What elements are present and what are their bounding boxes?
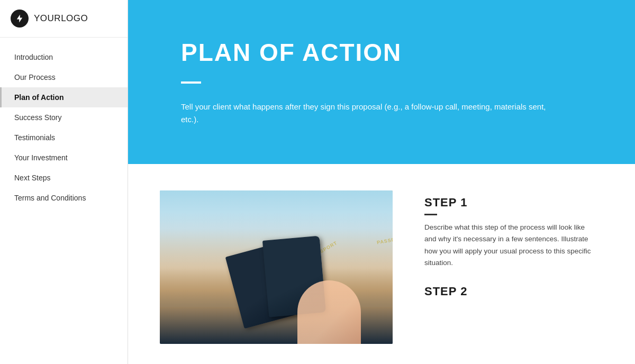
step-1-title: STEP 1 [424, 196, 593, 210]
step-1-description: Describe what this step of the process w… [424, 222, 593, 269]
content-section: PASSPORT PASSPORT STEP 1 Describe what t… [128, 164, 635, 364]
step-2: STEP 2 [424, 285, 593, 303]
step-1: STEP 1 Describe what this step of the pr… [424, 196, 593, 269]
sidebar-nav: Introduction Our Process Plan of Action … [0, 38, 128, 208]
logo-light: LOGO [61, 13, 88, 23]
sidebar: YOURLOGO Introduction Our Process Plan o… [0, 0, 128, 364]
lightning-icon [15, 14, 24, 23]
logo-icon [11, 10, 29, 28]
logo-area: YOURLOGO [0, 0, 128, 38]
hero-section: PLAN OF ACTION Tell your client what hap… [128, 0, 635, 164]
sidebar-item-introduction[interactable]: Introduction [0, 47, 128, 67]
sidebar-item-testimonials[interactable]: Testimonials [0, 128, 128, 148]
sidebar-item-our-process[interactable]: Our Process [0, 67, 128, 87]
svg-marker-0 [17, 15, 23, 23]
logo-bold: YOUR [34, 13, 61, 23]
hero-description: Tell your client what happens after they… [181, 101, 551, 126]
main-content: PLAN OF ACTION Tell your client what hap… [128, 0, 635, 364]
step-2-title: STEP 2 [424, 285, 593, 298]
passport-photo: PASSPORT PASSPORT [160, 190, 393, 344]
sidebar-item-next-steps[interactable]: Next Steps [0, 168, 128, 188]
step-1-divider [424, 214, 437, 215]
sidebar-item-plan-of-action[interactable]: Plan of Action [0, 87, 128, 107]
passport-hand [297, 280, 361, 344]
page-title: PLAN OF ACTION [181, 38, 603, 67]
sidebar-item-success-story[interactable]: Success Story [0, 107, 128, 128]
passport-image: PASSPORT PASSPORT [160, 190, 393, 344]
hero-divider [181, 81, 201, 84]
steps-container: STEP 1 Describe what this step of the pr… [424, 190, 593, 303]
logo-text: YOURLOGO [34, 13, 88, 24]
sidebar-item-terms-and-conditions[interactable]: Terms and Conditions [0, 188, 128, 208]
sidebar-item-your-investment[interactable]: Your Investment [0, 148, 128, 168]
